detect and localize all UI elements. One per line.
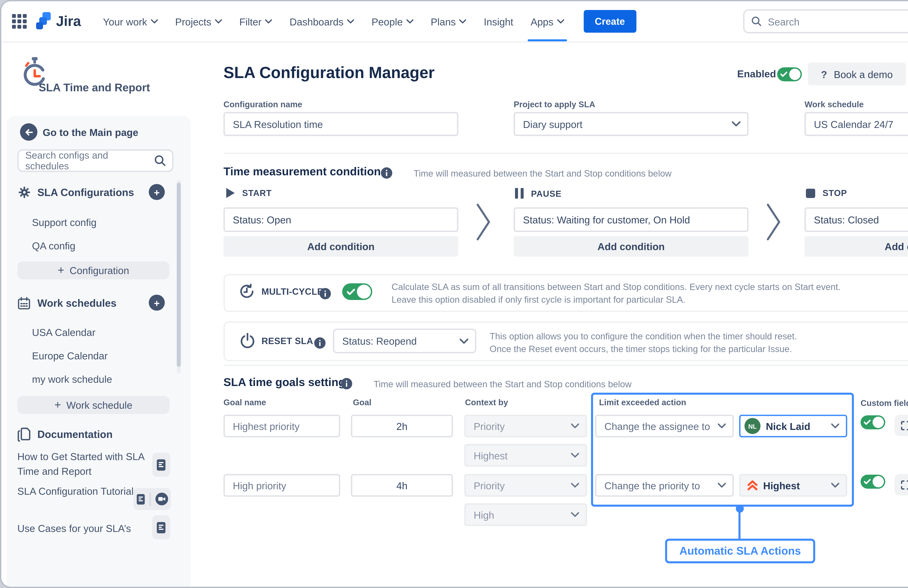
context-value-select[interactable]: High <box>464 503 587 526</box>
reset-sla-description: This option allows you to configure the … <box>489 330 797 355</box>
expand-icon <box>900 479 908 490</box>
play-icon <box>226 188 235 198</box>
search-input[interactable]: Search <box>743 9 908 33</box>
sidebar-search-input[interactable]: Search configs and schedules <box>18 149 174 172</box>
info-icon[interactable] <box>381 167 392 178</box>
context-by-header: Context by <box>465 398 508 407</box>
project-select[interactable]: Diary support <box>514 112 749 136</box>
sidebar-item-qa-config[interactable]: QA config <box>32 240 76 251</box>
check-icon <box>781 71 787 77</box>
stop-add-condition-button[interactable]: Add condition <box>805 236 908 257</box>
limit-action-select[interactable]: Change the priority to <box>595 474 734 497</box>
document-icon <box>157 522 166 533</box>
pause-add-condition-button[interactable]: Add condition <box>514 236 749 257</box>
chevron-down-icon <box>571 423 579 429</box>
add-work-schedule-circle-button[interactable]: + <box>149 295 165 311</box>
chevron-down-icon <box>215 19 222 24</box>
goal-input[interactable]: 2h <box>351 414 453 437</box>
doc-video-badge-group[interactable] <box>134 488 171 510</box>
limit-action-select[interactable]: Change the assignee to <box>595 414 734 437</box>
assignee-select[interactable]: NL Nick Laid <box>739 414 847 437</box>
chevron-down-icon <box>831 423 839 429</box>
sidebar-section-documentation: Documentation <box>18 427 113 442</box>
jira-logo[interactable]: Jira <box>36 11 81 31</box>
expand-button[interactable] <box>895 474 908 495</box>
goals-hint: Time will measured between the Start and… <box>374 379 632 389</box>
info-icon[interactable] <box>341 378 352 389</box>
sidebar-item-my-work-schedule[interactable]: my work schedule <box>32 373 112 384</box>
document-icon <box>157 459 166 470</box>
plus-icon: + <box>55 398 61 411</box>
priority-value-select[interactable]: Highest <box>739 474 847 497</box>
pages-icon <box>18 427 31 442</box>
goals-title: SLA time goals setting <box>224 376 345 389</box>
info-icon[interactable] <box>314 337 325 349</box>
nav-item-dashboards[interactable]: Dashboards <box>281 1 363 41</box>
power-icon <box>240 332 256 349</box>
stop-condition-input[interactable]: Status: Closed <box>805 207 908 232</box>
multi-cycle-toggle[interactable] <box>342 283 372 300</box>
gear-icon <box>18 186 31 199</box>
context-by-select[interactable]: Priority <box>464 474 587 497</box>
goal-name-input[interactable]: Highest priority <box>224 414 340 437</box>
time-measurement-title: Time measurement conditions <box>224 165 387 178</box>
nav-item-your-work[interactable]: Your work <box>94 1 166 41</box>
jira-logo-icon <box>36 11 51 31</box>
start-condition-input[interactable]: Status: Open <box>224 207 458 232</box>
nav-item-people[interactable]: People <box>363 1 422 41</box>
nav-item-insight[interactable]: Insight <box>475 1 522 41</box>
app-grid-icon[interactable] <box>12 14 27 29</box>
check-icon <box>864 419 871 426</box>
add-sla-configuration-button[interactable]: + <box>149 184 165 200</box>
chevron-down-icon <box>265 19 272 24</box>
context-value-select[interactable]: Highest <box>464 444 587 467</box>
nav-item-apps[interactable]: Apps <box>522 1 573 41</box>
sidebar-item-support-config[interactable]: Support config <box>32 217 97 228</box>
custom-field-toggle[interactable] <box>861 475 885 489</box>
custom-field-toggle[interactable] <box>861 415 885 429</box>
pause-condition-input[interactable]: Status: Waiting for customer, On Hold <box>514 207 749 232</box>
enabled-toggle[interactable] <box>777 67 802 81</box>
reset-sla-select[interactable]: Status: Reopend <box>333 329 477 353</box>
book-demo-button[interactable]: ? Book a demo <box>808 63 906 85</box>
question-icon: ? <box>821 68 827 80</box>
doc-link-get-started[interactable]: How to Get Started with SLA Time and Rep… <box>18 449 151 479</box>
nav-item-plans[interactable]: Plans <box>422 1 475 41</box>
chevron-down-icon <box>557 19 564 24</box>
reset-sla-label: RESET SLA <box>261 336 313 346</box>
divider <box>224 365 908 366</box>
doc-link-use-cases[interactable]: Use Cases for your SLA’s <box>18 521 158 536</box>
doc-badge-button[interactable] <box>152 516 170 539</box>
sidebar-item-europe-calendar[interactable]: Europe Calendar <box>32 350 108 361</box>
search-icon <box>154 154 166 167</box>
expand-button[interactable] <box>895 414 908 436</box>
chevron-down-icon <box>460 338 468 344</box>
configuration-name-input[interactable]: SLA Resolution time <box>224 112 458 136</box>
goal-input[interactable]: 4h <box>351 474 453 497</box>
search-icon <box>751 16 762 27</box>
start-stage-header: START <box>226 188 272 198</box>
work-schedule-select[interactable]: US Calendar 24/7 <box>805 112 908 136</box>
start-add-condition-button[interactable]: Add condition <box>224 236 458 257</box>
doc-link-configuration-tutorial[interactable]: SLA Configuration Tutorial <box>18 484 137 499</box>
plus-icon: + <box>58 264 64 277</box>
chevron-down-icon <box>718 423 726 429</box>
doc-badge-button[interactable] <box>152 453 170 477</box>
add-configuration-button[interactable]: + Configuration <box>18 261 170 279</box>
project-label: Project to apply SLA <box>514 100 595 109</box>
time-measurement-hint: Time will measured between the Start and… <box>414 169 672 178</box>
main-page-link[interactable]: Go to the Main page <box>43 127 138 138</box>
sidebar-scrollbar-thumb[interactable] <box>177 183 181 367</box>
add-work-schedule-button[interactable]: + Work schedule <box>18 396 170 414</box>
configuration-name-label: Configuration name <box>224 100 303 109</box>
goal-name-input[interactable]: High priority <box>224 474 340 497</box>
nav-item-filter[interactable]: Filter <box>231 1 281 41</box>
nav-item-projects[interactable]: Projects <box>166 1 231 41</box>
chevron-down-icon <box>831 483 839 488</box>
back-button[interactable] <box>20 124 37 141</box>
info-icon[interactable] <box>320 288 331 299</box>
create-button[interactable]: Create <box>583 10 636 33</box>
context-by-select[interactable]: Priority <box>464 414 587 437</box>
check-icon <box>347 289 355 296</box>
sidebar-item-usa-calendar[interactable]: USA Calendar <box>32 327 95 338</box>
